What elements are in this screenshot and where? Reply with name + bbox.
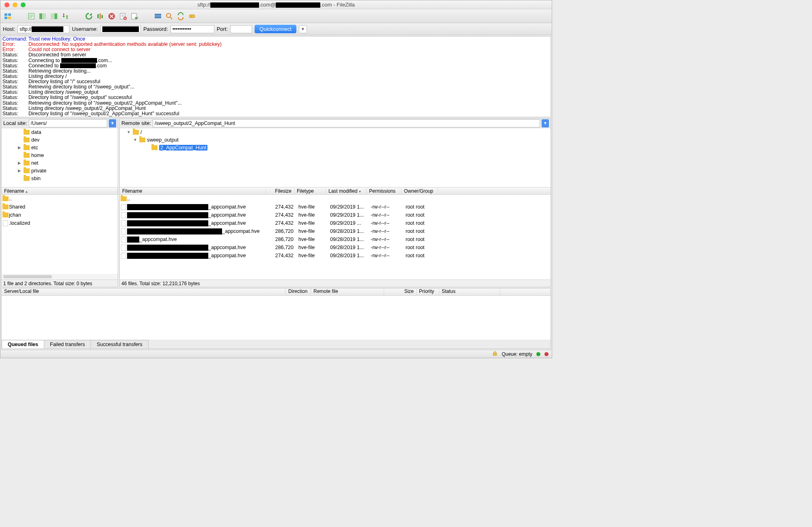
message-log[interactable]: Command:Trust new Hostkey: OnceError:Dis… [1,36,551,117]
tree-item[interactable]: ▼/ [120,128,551,136]
list-item[interactable]: .localized [2,219,118,227]
col-filename[interactable]: Filename [120,188,266,194]
main-toolbar [0,9,552,23]
svg-rect-9 [43,13,46,19]
list-item[interactable]: .. [2,195,118,203]
local-path-input[interactable] [29,119,107,127]
list-item[interactable]: _appcompat.hve286,720hve-file09/28/2019 … [120,227,551,235]
remote-file-header[interactable]: Filename Filesize Filetype Last modified… [120,187,551,195]
directory-compare-button[interactable] [164,11,174,21]
status-bar: Queue: empty [0,350,552,358]
queue-status: Queue: empty [502,351,532,357]
col-owner[interactable]: Owner/Group [402,188,438,194]
file-panes: Local site: ▼ datadev▶etchome▶net▶privat… [1,118,551,287]
list-item[interactable]: _appcompat.hve274,432hve-file09/29/2019 … [120,211,551,219]
refresh-button[interactable] [84,11,94,21]
svg-rect-32 [493,353,497,355]
username-input[interactable] [100,25,141,33]
queue-tabs: Queued files Failed transfers Successful… [2,340,551,348]
list-item[interactable]: _appcompat.hve274,432hve-file09/28/2019 … [120,252,551,260]
host-input[interactable]: sftp:// [17,25,69,33]
remote-tree[interactable]: ▼/▼sweep_output2_AppCompat_Hunt [120,128,551,187]
col-status[interactable]: Status [439,288,500,295]
local-pane: Local site: ▼ datadev▶etchome▶net▶privat… [1,118,118,287]
search-button[interactable] [187,11,197,21]
list-item[interactable]: _appcompat.hve274,432hve-file09/29/2019 … [120,203,551,211]
svg-line-29 [170,17,172,19]
filter-button[interactable] [153,11,163,21]
remote-site-label: Remote site: [121,120,151,126]
password-input[interactable]: ••••••••••• [171,25,214,33]
toggle-log-button[interactable] [26,11,36,21]
tab-queued-files[interactable]: Queued files [2,340,44,348]
host-label: Host: [3,26,15,32]
list-item[interactable]: Shared [2,203,118,211]
queue-body[interactable] [2,296,551,340]
tree-item[interactable]: ▶private [2,167,118,174]
col-filesize[interactable]: Filesize [266,188,294,194]
port-label: Port: [217,26,228,32]
transfer-queue: Server/Local file Direction Remote file … [1,288,551,349]
col-priority[interactable]: Priority [417,288,439,295]
tree-item[interactable]: sbin [2,174,118,182]
tree-item[interactable]: home [2,151,118,159]
list-item[interactable]: jchan [2,211,118,219]
queue-header[interactable]: Server/Local file Direction Remote file … [2,288,551,296]
app-window: sftp://.com@.com - FileZilla Host: sftp:… [0,0,552,358]
quickconnect-history-button[interactable]: ▼ [299,25,307,33]
svg-rect-1 [8,13,11,16]
quickconnect-button[interactable]: Quickconnect [255,25,296,33]
site-manager-button[interactable] [3,11,13,21]
window-title: sftp://.com@.com - FileZilla [0,2,552,8]
svg-rect-8 [39,13,42,19]
process-queue-button[interactable] [95,11,105,21]
local-tree[interactable]: datadev▶etchome▶net▶privatesbin [2,128,118,187]
disconnect-button[interactable] [118,11,128,21]
lock-icon[interactable] [492,351,498,357]
list-item[interactable]: _appcompat.hve274,432hve-file09/29/2019 … [120,219,551,227]
svg-point-31 [192,15,195,18]
col-size[interactable]: Size [384,288,417,295]
password-label: Password: [143,26,168,32]
col-filename[interactable]: Filename [2,188,118,194]
cancel-button[interactable] [107,11,117,21]
tree-item[interactable]: ▶etc [2,144,118,151]
col-remote-file[interactable]: Remote file [311,288,384,295]
col-modified[interactable]: Last modified [326,188,367,194]
svg-rect-14 [102,15,103,18]
tree-item[interactable]: ▶net [2,159,118,167]
svg-rect-3 [8,17,11,19]
tree-item[interactable]: dev [2,136,118,144]
remote-summary: 46 files. Total size: 12,210,176 bytes [120,280,551,287]
toggle-local-tree-button[interactable] [38,11,48,21]
col-local-file[interactable]: Server/Local file [2,288,286,295]
local-file-list[interactable]: ..Sharedjchan.localized [2,195,118,274]
tree-item[interactable]: ▼sweep_output [120,136,551,144]
toggle-queue-button[interactable] [60,11,70,21]
svg-rect-25 [155,14,161,15]
local-file-header[interactable]: Filename [2,187,118,195]
port-input[interactable] [230,25,252,33]
remote-path-dropdown[interactable]: ▼ [542,119,549,127]
toggle-remote-tree-button[interactable] [49,11,59,21]
svg-rect-2 [4,17,7,19]
tab-failed-transfers[interactable]: Failed transfers [44,340,91,348]
tree-item[interactable]: data [2,128,118,136]
remote-path-input[interactable] [153,119,540,127]
col-permissions[interactable]: Permissions [367,188,402,194]
remote-file-list[interactable]: .._appcompat.hve274,432hve-file09/29/201… [120,195,551,280]
activity-led-idle [536,352,540,356]
local-path-dropdown[interactable]: ▼ [109,119,116,127]
tab-successful-transfers[interactable]: Successful transfers [91,340,149,348]
list-item[interactable]: .. [120,195,551,203]
reconnect-button[interactable] [130,11,139,21]
tree-item[interactable]: 2_AppCompat_Hunt [120,144,551,151]
local-scrollbar[interactable] [2,274,118,280]
col-direction[interactable]: Direction [286,288,311,295]
col-filetype[interactable]: Filetype [294,188,326,194]
svg-rect-10 [51,13,54,19]
sync-browse-button[interactable] [176,11,186,21]
list-item[interactable]: _appcompat.hve286,720hve-file09/28/2019 … [120,235,551,243]
titlebar: sftp://.com@.com - FileZilla [0,0,552,9]
list-item[interactable]: _appcompat.hve286,720hve-file09/28/2019 … [120,243,551,252]
